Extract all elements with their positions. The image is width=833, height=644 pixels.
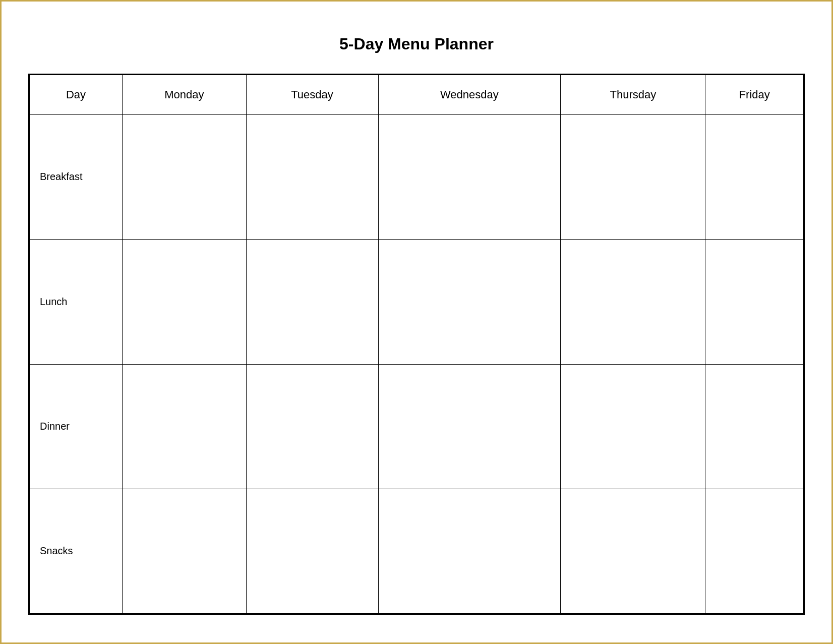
breakfast-label: Breakfast [29, 114, 123, 240]
dinner-tuesday[interactable] [246, 364, 378, 489]
planner-table: Day Monday Tuesday Wednesday Thursday Fr… [28, 74, 805, 615]
lunch-thursday[interactable] [561, 240, 705, 365]
lunch-monday[interactable] [123, 240, 247, 365]
lunch-row: Lunch [29, 240, 804, 365]
dinner-friday[interactable] [705, 364, 804, 489]
col-header-friday: Friday [705, 74, 804, 114]
snacks-label: Snacks [29, 489, 123, 614]
page-title: 5-Day Menu Planner [339, 35, 494, 53]
col-header-day: Day [29, 74, 123, 114]
breakfast-tuesday[interactable] [246, 114, 378, 240]
dinner-thursday[interactable] [561, 364, 705, 489]
col-header-monday: Monday [123, 74, 247, 114]
breakfast-wednesday[interactable] [378, 114, 561, 240]
lunch-friday[interactable] [705, 240, 804, 365]
breakfast-monday[interactable] [123, 114, 247, 240]
dinner-monday[interactable] [123, 364, 247, 489]
lunch-label: Lunch [29, 240, 123, 365]
snacks-thursday[interactable] [561, 489, 705, 614]
snacks-row: Snacks [29, 489, 804, 614]
lunch-tuesday[interactable] [246, 240, 378, 365]
snacks-monday[interactable] [123, 489, 247, 614]
col-header-tuesday: Tuesday [246, 74, 378, 114]
snacks-wednesday[interactable] [378, 489, 561, 614]
snacks-tuesday[interactable] [246, 489, 378, 614]
dinner-label: Dinner [29, 364, 123, 489]
lunch-wednesday[interactable] [378, 240, 561, 365]
dinner-wednesday[interactable] [378, 364, 561, 489]
page-container: 5-Day Menu Planner Day Monday Tuesday We… [18, 20, 815, 625]
breakfast-thursday[interactable] [561, 114, 705, 240]
dinner-row: Dinner [29, 364, 804, 489]
breakfast-friday[interactable] [705, 114, 804, 240]
snacks-friday[interactable] [705, 489, 804, 614]
header-row: Day Monday Tuesday Wednesday Thursday Fr… [29, 74, 804, 114]
col-header-wednesday: Wednesday [378, 74, 561, 114]
col-header-thursday: Thursday [561, 74, 705, 114]
breakfast-row: Breakfast [29, 114, 804, 240]
